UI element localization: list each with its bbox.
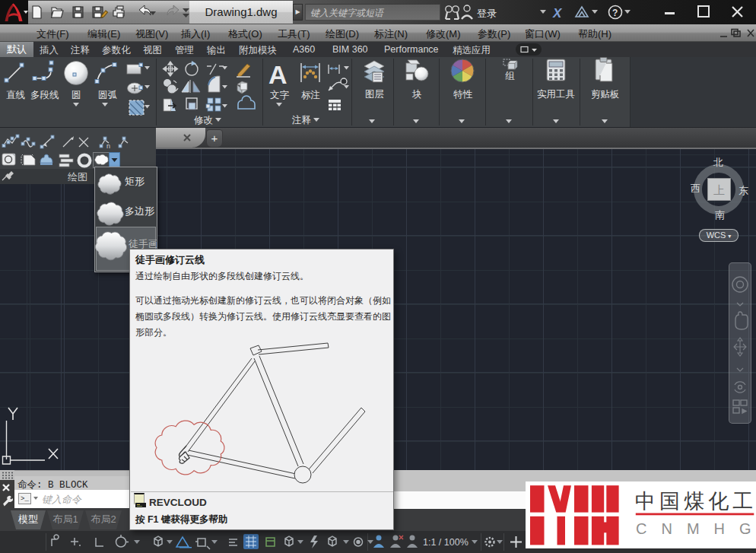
svg-text:1:1 / 100%: 1:1 / 100% bbox=[423, 537, 469, 548]
svg-text:特性: 特性 bbox=[453, 89, 473, 100]
svg-text:登录: 登录 bbox=[477, 8, 497, 19]
svg-text:直线: 直线 bbox=[6, 90, 25, 100]
svg-text:标注: 标注 bbox=[301, 90, 320, 100]
svg-text:X: X bbox=[552, 6, 563, 21]
svg-text:圆: 圆 bbox=[71, 90, 81, 100]
svg-text:多边形: 多边形 bbox=[125, 205, 154, 217]
svg-text:徒手画: 徒手画 bbox=[128, 238, 157, 249]
svg-text:图层: 图层 bbox=[365, 89, 384, 100]
svg-text:n: n bbox=[106, 142, 110, 150]
svg-text:矩形: 矩形 bbox=[125, 176, 145, 187]
svg-text:块: 块 bbox=[411, 89, 422, 100]
svg-text:修改: 修改 bbox=[194, 115, 213, 126]
svg-text:?: ? bbox=[612, 8, 618, 18]
svg-text:注释: 注释 bbox=[291, 115, 311, 126]
svg-text:实用工具: 实用工具 bbox=[537, 89, 575, 100]
svg-text:剪贴板: 剪贴板 bbox=[591, 89, 620, 100]
svg-text:文字: 文字 bbox=[270, 90, 290, 100]
svg-text:圆弧: 圆弧 bbox=[98, 90, 118, 100]
svg-text:组: 组 bbox=[505, 71, 515, 81]
svg-text:A: A bbox=[268, 60, 287, 89]
svg-text:多段线: 多段线 bbox=[30, 90, 59, 100]
